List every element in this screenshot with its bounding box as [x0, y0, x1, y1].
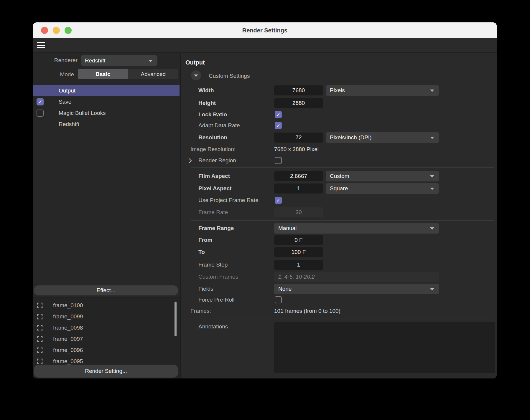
chevron-down-icon: [430, 90, 434, 92]
force-pre-roll-label: Force Pre-Roll: [198, 295, 234, 305]
chevron-down-icon: [430, 137, 434, 139]
menu-toolbar: [33, 38, 497, 53]
region-corners-icon: [37, 358, 43, 365]
sidebar-item-label: Output: [59, 85, 75, 96]
frame-list-scrollbar[interactable]: [175, 302, 177, 336]
custom-settings-label: Custom Settings: [209, 71, 250, 81]
custom-settings-row: Custom Settings: [181, 71, 497, 81]
to-label: To: [198, 247, 205, 257]
tab-advanced[interactable]: Advanced: [128, 69, 179, 79]
width-row: Width 7680 Pixels: [181, 85, 497, 96]
list-item[interactable]: frame_0100: [33, 300, 180, 311]
frame-range-label: Frame Range: [198, 223, 234, 234]
renderer-value: Redshift: [85, 57, 106, 64]
frames-info-row: Frames: 101 frames (from 0 to 100): [181, 306, 497, 316]
force-pre-roll-checkbox[interactable]: [275, 296, 282, 303]
width-unit-dropdown[interactable]: Pixels: [326, 85, 439, 96]
pixel-aspect-dropdown[interactable]: Square: [326, 183, 439, 194]
force-pre-roll-row: Force Pre-Roll: [181, 295, 497, 305]
chevron-down-icon: [430, 188, 434, 190]
render-region-checkbox[interactable]: [275, 157, 282, 164]
frame-label: frame_0100: [53, 300, 83, 311]
sidebar-item-magic-bullet-looks[interactable]: Magic Bullet Looks: [33, 108, 180, 119]
sidebar-item-output[interactable]: Output: [33, 85, 180, 96]
fields-label: Fields: [198, 284, 213, 294]
frame-range-value: Manual: [278, 225, 297, 231]
tab-basic[interactable]: Basic: [78, 69, 128, 79]
list-item[interactable]: frame_0098: [33, 322, 180, 333]
frame-step-row: Frame Step 1: [181, 259, 497, 270]
width-input[interactable]: 7680: [274, 85, 323, 95]
region-corners-icon: [37, 336, 43, 342]
pixel-aspect-preset: Square: [330, 185, 348, 191]
film-aspect-dropdown[interactable]: Custom: [326, 171, 439, 181]
render-setting-button[interactable]: Render Setting...: [34, 365, 178, 378]
sidebar: Renderer Redshift Mode Basic Advanced Ou…: [33, 53, 180, 378]
frame-step-label: Frame Step: [198, 259, 228, 270]
chevron-down-icon: [430, 175, 434, 178]
lock-ratio-row: Lock Ratio ✓: [181, 109, 497, 120]
resolution-label: Resolution: [198, 132, 227, 143]
chevron-right-icon[interactable]: [187, 158, 192, 163]
frame-rate-row: Frame Rate 30: [181, 207, 497, 218]
sidebar-item-save[interactable]: ✓ Save: [33, 96, 180, 108]
frame-rate-input: 30: [274, 207, 323, 217]
lock-ratio-checkbox[interactable]: ✓: [275, 111, 282, 118]
panel-heading: Output: [185, 59, 205, 66]
region-corners-icon: [37, 347, 43, 353]
mode-row: Mode Basic Advanced: [33, 69, 180, 79]
from-row: From 0 F: [181, 235, 497, 245]
hamburger-menu-icon[interactable]: [37, 42, 45, 49]
output-settings-panel: Output Custom Settings Width 7680 Pixels…: [181, 53, 497, 378]
mode-label: Mode: [45, 69, 74, 80]
mode-tabbar: Basic Advanced: [78, 69, 178, 79]
frame-label: frame_0099: [53, 311, 83, 322]
to-input[interactable]: 100 F: [274, 247, 323, 257]
fields-row: Fields None: [181, 284, 497, 294]
render-region-label: Render Region: [198, 155, 236, 166]
custom-frames-label: Custom Frames: [198, 272, 238, 282]
separator: [191, 220, 494, 221]
from-label: From: [198, 235, 213, 245]
list-item[interactable]: frame_0099: [33, 311, 180, 322]
frame-range-dropdown[interactable]: Manual: [274, 223, 439, 234]
disclosure-button[interactable]: [191, 70, 201, 80]
sidebar-item-redshift[interactable]: Redshift: [33, 119, 180, 130]
pixel-aspect-row: Pixel Aspect 1 Square: [181, 183, 497, 194]
frame-label: frame_0096: [53, 345, 83, 356]
image-resolution-value: 7680 x 2880 Pixel: [274, 144, 319, 155]
effect-button[interactable]: Effect...: [34, 285, 178, 295]
pixel-aspect-label: Pixel Aspect: [198, 183, 231, 194]
width-label: Width: [198, 85, 214, 96]
sidebar-item-label: Magic Bullet Looks: [59, 108, 106, 119]
annotations-input[interactable]: [274, 322, 495, 373]
save-checkbox[interactable]: ✓: [37, 98, 44, 105]
pixel-aspect-input[interactable]: 1: [274, 183, 323, 194]
list-item[interactable]: frame_0097: [33, 333, 180, 345]
resolution-unit-dropdown[interactable]: Pixels/Inch (DPI): [326, 132, 439, 143]
fields-value: None: [278, 286, 292, 292]
frame-step-input[interactable]: 1: [274, 260, 323, 270]
use-project-frame-rate-checkbox[interactable]: ✓: [275, 197, 282, 204]
title-bar: Render Settings: [33, 22, 497, 38]
list-item[interactable]: frame_0096: [33, 345, 180, 356]
height-input[interactable]: 2880: [274, 98, 323, 108]
film-aspect-input[interactable]: 2.6667: [274, 171, 323, 181]
frame-label: frame_0097: [53, 333, 83, 345]
film-aspect-row: Film Aspect 2.6667 Custom: [181, 171, 497, 181]
film-aspect-label: Film Aspect: [198, 171, 230, 181]
renderer-dropdown[interactable]: Redshift: [81, 55, 157, 66]
separator: [191, 167, 494, 168]
fields-dropdown[interactable]: None: [274, 284, 439, 294]
sidebar-item-label: Redshift: [59, 119, 79, 130]
image-resolution-label: Image Resolution:: [190, 144, 236, 155]
render-region-row: Render Region: [181, 155, 497, 166]
resolution-input[interactable]: 72: [274, 133, 323, 143]
from-input[interactable]: 0 F: [274, 235, 323, 245]
triangle-down-icon: [194, 75, 198, 77]
magic-bullet-looks-checkbox[interactable]: [37, 110, 44, 117]
resolution-row: Resolution 72 Pixels/Inch (DPI): [181, 132, 497, 143]
use-project-frame-rate-label: Use Project Frame Rate: [198, 195, 259, 206]
adapt-data-rate-checkbox[interactable]: ✓: [275, 122, 282, 129]
frame-rate-label: Frame Rate: [198, 207, 228, 218]
